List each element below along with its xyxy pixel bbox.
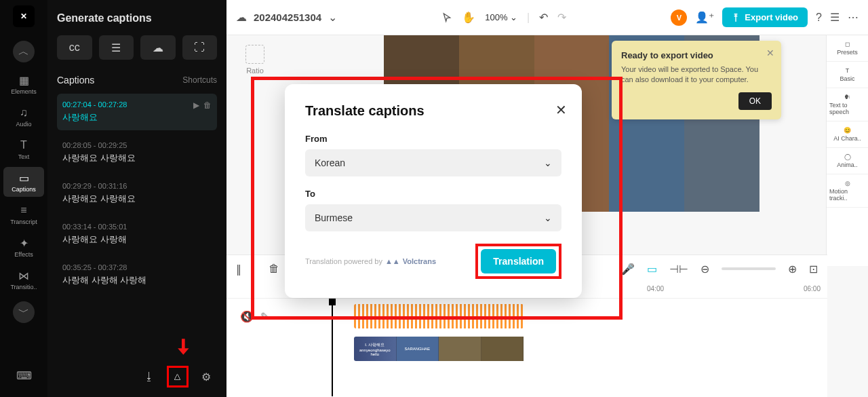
app-logo[interactable]: ✕ [13, 5, 35, 27]
download-captions[interactable]: ⭳ [138, 366, 160, 387]
share[interactable]: 👤⁺ [695, 11, 714, 24]
transcript-icon: ≡ [17, 204, 31, 217]
modal-close-button[interactable]: ✕ [555, 102, 567, 118]
cc-icon: cc [69, 41, 80, 54]
tl-captions-toggle[interactable]: ▭ [647, 263, 657, 276]
ratio-label: Ratio [246, 67, 264, 75]
project-name[interactable]: 202404251304 [254, 12, 321, 23]
tl-split[interactable]: ‖ [236, 263, 241, 276]
shortcuts-link[interactable]: Shortcuts [182, 75, 217, 85]
rail-collapse-up[interactable]: ︿ [13, 41, 35, 62]
caption-item[interactable]: 00:29:29 - 00:31:16 사랑해요 사랑해요 [57, 175, 217, 212]
translate-captions-button[interactable]: 🜂 [167, 366, 189, 387]
history[interactable]: ☰ [830, 11, 840, 24]
delete-icon[interactable]: 🗑 [203, 100, 212, 110]
video-clip[interactable]: I. 사랑해요annyeonghaseyohello SARANGHAE [354, 337, 524, 361]
rnav-anim[interactable]: ◯Anima.. [827, 148, 868, 174]
ratio-icon [245, 45, 264, 64]
avatar[interactable]: V [671, 10, 687, 26]
modal-title: Translate captions [305, 103, 561, 119]
hand-icon: ✋ [462, 11, 475, 24]
caption-time: 00:29:29 - 00:31:16 [62, 182, 212, 190]
rnav-basic[interactable]: TBasic [827, 62, 868, 88]
tooltip-close[interactable]: ✕ [766, 48, 774, 58]
modal-footer: Translation powered by ▲▲ Volctrans Tran… [305, 244, 561, 279]
tl-zoom-out[interactable]: ⊖ [701, 263, 709, 276]
cursor-tool[interactable] [441, 12, 452, 23]
export-icon: ⭱ [732, 12, 741, 22]
nav-transition[interactable]: ⋈Transitio.. [3, 265, 44, 295]
presets-icon: ◻ [845, 41, 850, 48]
undo[interactable]: ↶ [539, 11, 548, 24]
caption-item[interactable]: 00:28:05 - 00:29:25 사랑해요 사랑해요 [57, 134, 217, 171]
caption-mode-row: cc ☰ ☁ ⛶ [57, 35, 217, 60]
ratio-tool[interactable]: Ratio [240, 45, 270, 75]
cloud-sync[interactable]: ☁ [236, 11, 247, 24]
nav-keyboard[interactable]: ⌨ [3, 364, 44, 386]
to-language-select[interactable]: Burmese ⌄ [305, 204, 561, 231]
rnav-ai-char[interactable]: 😊AI Chara.. [827, 121, 868, 148]
translate-button[interactable]: Translation [481, 249, 556, 273]
tl-zoom-slider[interactable] [722, 267, 776, 270]
captions-header: Captions Shortcuts [57, 75, 217, 86]
caption-text: 사랑해요 사랑해요 [62, 193, 212, 205]
project-dropdown[interactable]: ⌄ [328, 11, 337, 24]
settings-captions[interactable]: ⚙ [195, 366, 217, 387]
chevron-up-icon: ︿ [17, 45, 31, 58]
nav-audio[interactable]: ♫Audio [3, 102, 44, 132]
nav-elements[interactable]: ▦Elements [3, 69, 44, 99]
caption-item[interactable]: 00:35:25 - 00:37:28 사랑해 사랑해 사랑해 [57, 257, 217, 293]
nav-label: Transcript [10, 219, 37, 225]
nav-effects[interactable]: ✦Effects [3, 232, 44, 262]
right-nav-rail: ◻Presets TBasic 🗣Text to speech 😊AI Char… [826, 35, 868, 266]
mode-subtitle[interactable]: ☰ [99, 35, 134, 60]
tl-mic[interactable]: 🎤 [621, 263, 635, 276]
from-value: Korean [315, 157, 345, 168]
zoom-level[interactable]: 100% ⌄ [485, 12, 517, 22]
rnav-tts[interactable]: 🗣Text to speech [827, 88, 868, 121]
tooltip-title: Ready to export video [621, 50, 772, 60]
export-tooltip: ✕ Ready to export video Your video will … [612, 41, 781, 119]
nav-captions[interactable]: ▭Captions [3, 167, 44, 197]
help[interactable]: ? [816, 12, 822, 24]
audio-icon: ♫ [17, 106, 31, 119]
mode-download[interactable]: ☁ [140, 35, 176, 60]
export-button[interactable]: ⭱Export video [722, 7, 808, 27]
cloud-download-icon: ☁ [153, 41, 163, 54]
caption-item[interactable]: 00:27:04 - 00:27:28 사랑해요 ▶ 🗑 [57, 94, 217, 130]
mode-scan[interactable]: ⛶ [182, 35, 218, 60]
rnav-motion[interactable]: ◎Motion tracki.. [827, 174, 868, 208]
more[interactable]: ⋯ [848, 11, 859, 24]
tooltip-ok-button[interactable]: OK [738, 92, 772, 110]
chevron-down-icon: ⌄ [544, 157, 552, 168]
more-icon: ⋯ [848, 11, 859, 24]
tl-align[interactable]: ⊣⊢ [669, 263, 688, 276]
anim-icon: ◯ [844, 153, 851, 160]
nav-label: Elements [11, 88, 37, 95]
mode-cc[interactable]: cc [57, 35, 92, 60]
basic-icon: T [846, 67, 850, 74]
nav-text[interactable]: TText [3, 134, 44, 164]
download-icon: ⭳ [144, 371, 155, 383]
nav-transcript[interactable]: ≡Transcript [3, 200, 44, 229]
tl-fit[interactable]: ⊡ [809, 263, 818, 276]
caption-text: 사랑해요 사랑해요 [62, 152, 212, 164]
chevron-down-icon: ﹀ [18, 305, 29, 320]
tooltip-body: Your video will be exported to Space. Yo… [621, 64, 772, 86]
caption-item[interactable]: 00:33:14 - 00:35:01 사랑해요 사랑해 [57, 216, 217, 252]
rail-collapse-down[interactable]: ﹀ [13, 301, 35, 323]
play-icon[interactable]: ▶ [193, 100, 199, 110]
person-add-icon: 👤⁺ [695, 11, 714, 24]
motion-icon: ◎ [845, 180, 850, 187]
from-language-select[interactable]: Korean ⌄ [305, 149, 561, 176]
nav-label: Audio [16, 121, 31, 128]
rnav-presets[interactable]: ◻Presets [827, 35, 868, 62]
scan-icon: ⛶ [194, 41, 205, 54]
hand-tool[interactable]: ✋ [462, 11, 475, 24]
video-track[interactable]: I. 사랑해요annyeonghaseyohello SARANGHAE [288, 334, 827, 364]
redo[interactable]: ↷ [557, 11, 566, 24]
tl-zoom-in[interactable]: ⊕ [788, 263, 797, 276]
ruler-tick: 04:00 [647, 285, 664, 292]
annotation-arrow-icon [172, 337, 191, 356]
text-icon: T [17, 138, 31, 152]
